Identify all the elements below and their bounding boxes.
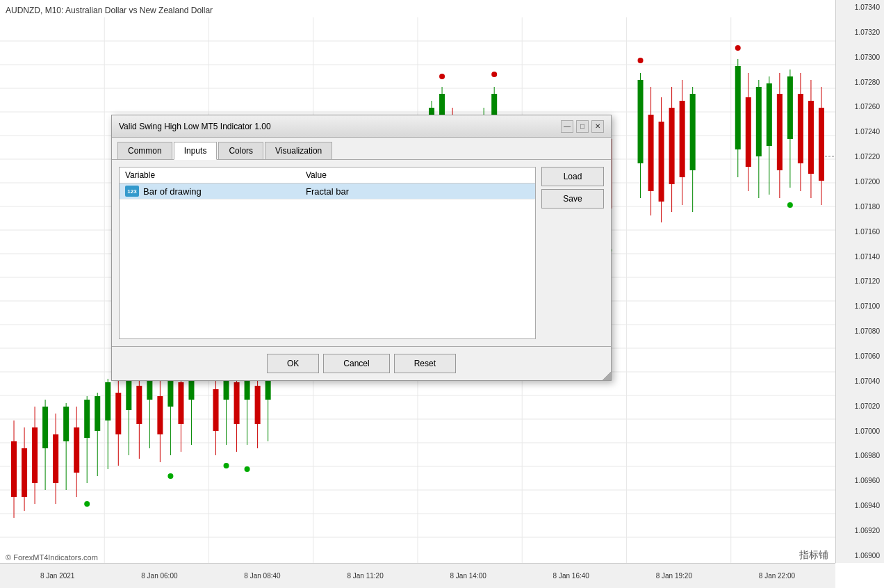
- maximize-button[interactable]: □: [576, 120, 589, 133]
- dialog-tabs: Common Inputs Colors Visualization: [112, 138, 611, 160]
- dialog-body: Variable Value 123 Bar of drawing Fracta…: [112, 160, 611, 346]
- side-buttons: Load Save: [541, 167, 604, 339]
- tab-colors[interactable]: Colors: [218, 142, 263, 159]
- inputs-table: Variable Value 123 Bar of drawing Fracta…: [119, 167, 536, 339]
- dialog-titlebar: Valid Swing High Low MT5 Indicator 1.00 …: [112, 115, 611, 138]
- save-button[interactable]: Save: [541, 189, 604, 209]
- close-button[interactable]: ✕: [591, 120, 604, 133]
- tab-inputs[interactable]: Inputs: [174, 142, 218, 160]
- table-header: Variable Value: [120, 168, 535, 183]
- cancel-button[interactable]: Cancel: [323, 354, 389, 373]
- reset-button[interactable]: Reset: [394, 354, 456, 373]
- dialog-title: Valid Swing High Low MT5 Indicator 1.00: [119, 122, 271, 131]
- dialog-footer: OK Cancel Reset: [112, 346, 611, 380]
- tab-common[interactable]: Common: [117, 142, 172, 159]
- minimize-button[interactable]: —: [561, 120, 573, 133]
- row-variable-cell: 123 Bar of drawing: [125, 186, 306, 197]
- variable-name: Bar of drawing: [143, 186, 202, 197]
- ok-button[interactable]: OK: [267, 354, 319, 373]
- variable-type-icon: 123: [125, 186, 139, 197]
- indicator-dialog: Valid Swing High Low MT5 Indicator 1.00 …: [111, 115, 612, 381]
- dialog-overlay: Valid Swing High Low MT5 Indicator 1.00 …: [0, 0, 884, 588]
- resize-handle[interactable]: [603, 372, 611, 380]
- tab-visualization[interactable]: Visualization: [265, 142, 332, 159]
- table-row[interactable]: 123 Bar of drawing Fractal bar: [120, 183, 535, 199]
- row-value-cell: Fractal bar: [306, 186, 530, 197]
- dialog-controls: — □ ✕: [561, 120, 604, 133]
- column-variable-header: Variable: [125, 170, 306, 180]
- table-empty-area: [120, 199, 535, 338]
- load-button[interactable]: Load: [541, 167, 604, 186]
- column-value-header: Value: [306, 170, 530, 180]
